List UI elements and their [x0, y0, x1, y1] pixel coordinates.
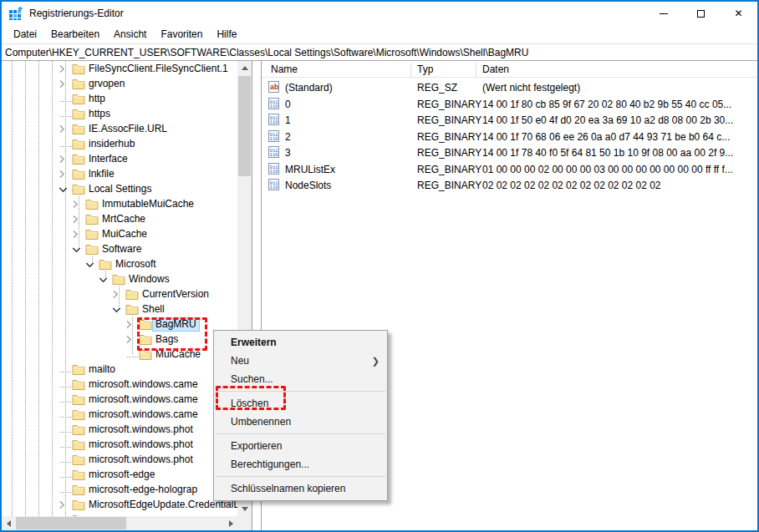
vertical-scroll-thumb[interactable] [238, 76, 251, 176]
tree-item-label[interactable]: mailto [86, 363, 118, 376]
value-row-standard[interactable]: ab(Standard)REG_SZ(Wert nicht festgelegt… [262, 79, 757, 96]
chevron-right-icon[interactable] [59, 64, 67, 73]
tree-item-microsoft-windows-phot[interactable]: microsoft.windows.phot [2, 452, 238, 467]
tree-item-label[interactable]: grvopen [86, 78, 127, 90]
tree-item-microsoft-windows-phot[interactable]: microsoft.windows.phot [2, 437, 238, 452]
menu-bearbeiten[interactable]: Bearbeiten [46, 26, 104, 43]
tree-item-software[interactable]: Software [2, 241, 238, 256]
chevron-down-icon[interactable] [99, 275, 107, 283]
value-name[interactable]: 2 [285, 131, 291, 143]
tree-item-windows[interactable]: Windows [2, 271, 238, 286]
address-bar[interactable]: Computer\HKEY_CURRENT_USER\SOFTWARE\Clas… [2, 43, 757, 61]
tree-item-muicache[interactable]: MuiCache [2, 226, 238, 241]
tree-item-microsoft[interactable]: Microsoft [2, 256, 238, 271]
tree-horizontal-scrollbar[interactable] [2, 516, 252, 530]
value-row-1[interactable]: 0111101REG_BINARY14 00 1f 50 e0 4f d0 20… [262, 112, 757, 129]
value-name[interactable]: (Standard) [285, 82, 333, 94]
tree-item-local-settings[interactable]: Local Settings [2, 181, 238, 196]
close-button[interactable]: ✕ [720, 2, 757, 25]
chevron-right-icon[interactable] [59, 170, 67, 178]
chevron-down-icon[interactable] [112, 305, 120, 313]
chevron-right-icon[interactable] [59, 500, 67, 509]
chevron-right-icon[interactable] [125, 320, 134, 328]
value-row-mrulistex[interactable]: 011110MRUListExREG_BINARY01 00 00 00 02 … [262, 161, 757, 178]
chevron-right-icon[interactable] [112, 290, 120, 298]
value-name[interactable]: 1 [285, 114, 291, 126]
tree-item-label[interactable]: microsoft-edge-holograp [86, 484, 200, 496]
value-name[interactable]: NodeSlots [285, 180, 331, 191]
tree-item-microsoft-windows-came[interactable]: microsoft.windows.came [2, 377, 238, 392]
tree-item-label[interactable]: CurrentVersion [140, 288, 211, 301]
menu-hilfe[interactable]: Hilfe [211, 26, 242, 43]
tree-item-microsoftedgeupdate-credentialdi[interactable]: MicrosoftEdgeUpdate.CredentialDi [2, 497, 238, 512]
tree-item-mailto[interactable]: mailto [2, 362, 238, 377]
chevron-right-icon[interactable] [59, 124, 67, 133]
tree-item-label[interactable]: Shell [140, 303, 167, 316]
tree-item-filesyncclient-filesyncclient-1[interactable]: FileSyncClient.FileSyncClient.1 [2, 61, 238, 76]
scroll-up-button[interactable] [237, 61, 252, 75]
tree-item-label[interactable]: MuiCache [99, 228, 150, 241]
context-menu-item-berechtigungen[interactable]: Berechtigungen... [214, 455, 387, 474]
tree-item-label[interactable]: https [86, 108, 113, 120]
chevron-right-icon[interactable] [125, 335, 134, 343]
menu-ansicht[interactable]: Ansicht [109, 26, 151, 43]
tree-item-label[interactable]: microsoft.windows.phot [86, 453, 196, 466]
chevron-right-icon[interactable] [59, 155, 67, 163]
minimize-button[interactable] [644, 2, 682, 25]
tree-item-http[interactable]: http [2, 91, 238, 106]
value-row-nodeslots[interactable]: 011110NodeSlotsREG_BINARY02 02 02 02 02 … [262, 177, 757, 194]
horizontal-scroll-thumb[interactable] [16, 517, 126, 529]
tree-item-immutablemuicache[interactable]: ImmutableMuiCache [2, 196, 238, 211]
context-menu-item-neu[interactable]: Neu❯ [214, 352, 387, 370]
tree-item-label[interactable]: microsoft-edge [86, 469, 157, 481]
tree-item-microsoft-windows-came[interactable]: microsoft.windows.came [2, 392, 238, 407]
tree-item-label[interactable]: microsoft.windows.came [86, 408, 201, 421]
tree-item-label[interactable]: insiderhub [86, 138, 137, 150]
tree-item-ie-assocfile-url[interactable]: IE.AssocFile.URL [2, 121, 238, 136]
tree-item-microsoft-edge[interactable]: microsoft-edge [2, 467, 238, 482]
tree-item-lnkfile[interactable]: lnkfile [2, 166, 238, 181]
context-menu-item-schl-sselnamen-kopieren[interactable]: Schlüsselnamen kopieren [214, 479, 387, 498]
tree-item-label[interactable]: Microsoft [113, 258, 159, 271]
context-menu-item-umbenennen[interactable]: Umbenennen [214, 413, 387, 431]
column-header-typ[interactable]: Typ [417, 63, 433, 75]
context-menu-item-erweitern[interactable]: Erweitern [214, 333, 387, 352]
tree-item-label[interactable]: FileSyncClient.FileSyncClient.1 [86, 63, 231, 75]
column-separator[interactable] [410, 63, 411, 77]
value-row-0[interactable]: 0111100REG_BINARY14 00 1f 80 cb 85 9f 67… [262, 96, 757, 113]
tree-item-label[interactable]: IE.AssocFile.URL [86, 123, 170, 135]
maximize-button[interactable] [682, 2, 720, 25]
tree-item-currentversion[interactable]: CurrentVersion [2, 286, 238, 301]
column-header-daten[interactable]: Daten [482, 63, 509, 75]
tree-item-insiderhub[interactable]: insiderhub [2, 136, 238, 151]
chevron-right-icon[interactable] [72, 230, 80, 238]
tree-item-label[interactable]: microsoft.windows.phot [86, 438, 196, 451]
value-name[interactable]: 0 [285, 99, 291, 110]
value-name[interactable]: MRUListEx [285, 164, 335, 175]
tree-item-label[interactable]: microsoft.windows.came [86, 393, 201, 406]
tree-item-label[interactable]: lnkfile [86, 168, 117, 180]
tree-item-label[interactable]: microsoft.windows.came [86, 378, 201, 391]
tree-item-interface[interactable]: Interface [2, 151, 238, 166]
value-row-2[interactable]: 0111102REG_BINARY14 00 1f 70 68 06 ee 26… [262, 129, 757, 145]
column-separator[interactable] [476, 63, 476, 77]
context-menu-item-exportieren[interactable]: Exportieren [214, 437, 387, 455]
tree-item-label[interactable]: Software [99, 243, 144, 256]
tree-item-label[interactable]: Interface [86, 153, 130, 165]
chevron-down-icon[interactable] [72, 245, 80, 253]
tree-item-microsoft-edge-holograp[interactable]: microsoft-edge-holograp [2, 482, 238, 497]
menu-favoriten[interactable]: Favoriten [155, 26, 207, 43]
tree-item-label[interactable]: Local Settings [86, 183, 154, 195]
column-header-name[interactable]: Name [271, 63, 298, 75]
menu-datei[interactable]: Datei [8, 26, 42, 43]
tree-item-grvopen[interactable]: grvopen [2, 76, 238, 91]
chevron-down-icon[interactable] [59, 185, 67, 193]
chevron-right-icon[interactable] [72, 200, 80, 208]
chevron-down-icon[interactable] [85, 260, 94, 268]
scroll-left-button[interactable] [2, 516, 16, 530]
tree-item-shell[interactable]: Shell [2, 301, 238, 317]
tree-item-label[interactable]: MrtCache [99, 213, 148, 225]
scroll-down-button[interactable] [237, 502, 252, 516]
chevron-right-icon[interactable] [72, 215, 80, 223]
value-row-3[interactable]: 0111103REG_BINARY14 00 1f 78 40 f0 5f 64… [262, 144, 757, 161]
